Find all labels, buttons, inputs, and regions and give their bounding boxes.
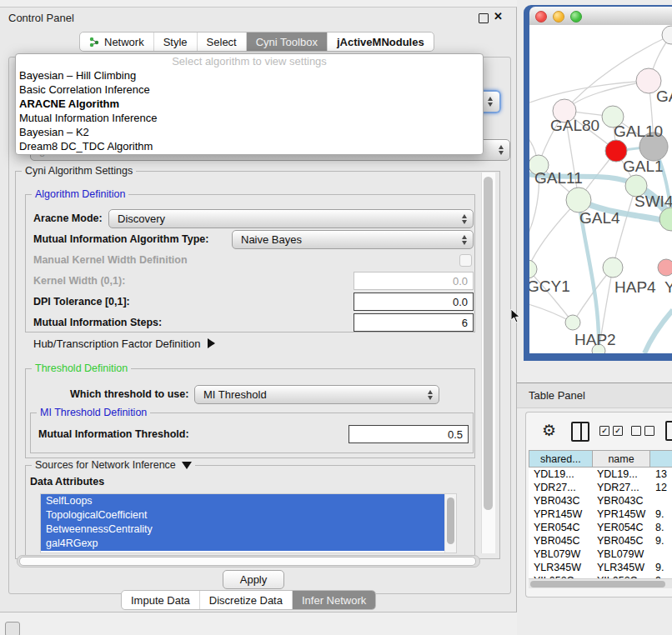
- tab-network[interactable]: Network: [80, 32, 154, 51]
- tab-select[interactable]: Select: [198, 32, 247, 51]
- mi-algorithm-type-label: Mutual Information Algorithm Type:: [33, 233, 208, 245]
- table-horizontal-scrollbar[interactable]: [529, 578, 672, 588]
- tab-jactivemnodules[interactable]: jActiveMNodules: [328, 32, 434, 51]
- network-edge[interactable]: [644, 310, 672, 353]
- attribute-list-item[interactable]: gal4RGexp: [41, 537, 449, 551]
- group-title: Cyni Algorithm Settings: [22, 165, 136, 177]
- attribute-list-item[interactable]: BetweennessCentrality: [41, 522, 449, 537]
- attribute-list-item[interactable]: TopologicalCoefficient: [41, 508, 449, 522]
- dropdown-item[interactable]: Bayesian – K2: [16, 125, 483, 139]
- scrollbar-thumb[interactable]: [530, 581, 665, 588]
- settings-vertical-scrollbar[interactable]: [481, 172, 495, 553]
- dropdown-item[interactable]: Bayesian – Hill Climbing: [16, 68, 483, 82]
- split-view-icon[interactable]: [571, 422, 589, 442]
- mi-threshold-label: Mutual Information Threshold:: [38, 428, 189, 440]
- column-header-shared-name[interactable]: shared...: [529, 450, 592, 468]
- scrollbar-thumb[interactable]: [447, 498, 454, 544]
- network-window-titlebar[interactable]: [529, 7, 672, 26]
- manual-kernel-width-checkbox[interactable]: [459, 254, 472, 267]
- aracne-mode-combo[interactable]: Discovery: [108, 209, 474, 228]
- table-cell: 9.: [650, 562, 672, 573]
- tab-label: Infer Network: [302, 594, 366, 607]
- mi-threshold-field[interactable]: 0.5: [349, 425, 469, 443]
- table-row[interactable]: YBR045CYBR045C9.: [529, 534, 672, 548]
- dpi-tolerance-field[interactable]: 0.0: [354, 292, 474, 311]
- which-threshold-label: Which threshold to use:: [70, 388, 188, 400]
- table-row[interactable]: YBR043CYBR043C: [529, 494, 672, 508]
- network-edge[interactable]: [564, 81, 649, 111]
- mi-steps-value: 6: [462, 317, 468, 329]
- column-header-partial[interactable]: [649, 450, 672, 468]
- dropdown-item[interactable]: Basic Correlation Inference: [16, 82, 483, 97]
- dpi-tolerance-label: DPI Tolerance [0,1]:: [33, 296, 130, 308]
- table-header-row: shared... name: [529, 450, 672, 468]
- tab-infer-network[interactable]: Infer Network: [293, 591, 375, 609]
- network-canvas[interactable]: GALGAL80GAL10GAL1GAL11GAL4SWI4GCY1HAP4YH…: [529, 25, 672, 353]
- kernel-width-field[interactable]: 0.0: [354, 272, 474, 290]
- window-zoom-icon[interactable]: [570, 11, 582, 22]
- table-row[interactable]: YPR145WYPR145W9.: [529, 508, 672, 521]
- network-edge[interactable]: [613, 186, 636, 268]
- settings-horizontal-scrollbar[interactable]: [17, 555, 480, 568]
- node-label: GAL10: [614, 122, 663, 140]
- tab-label: Cyni Toolbox: [256, 36, 318, 48]
- window-close-icon[interactable]: [535, 11, 547, 22]
- table-body: YDL19...YDL19...13YDR27...YDR27...12YBR0…: [529, 468, 672, 578]
- stepper-icon: [488, 97, 493, 107]
- close-icon[interactable]: ✕: [494, 10, 503, 22]
- minimized-panel-icon[interactable]: [5, 622, 20, 635]
- tab-cyni-toolbox[interactable]: Cyni Toolbox: [247, 32, 328, 51]
- tab-discretize-data[interactable]: Discretize Data: [200, 591, 293, 609]
- node-label: HAP2: [574, 331, 616, 348]
- stepper-icon: [428, 390, 433, 400]
- table-cell: YBR045C: [592, 535, 650, 547]
- table-cell: YBR043C: [592, 495, 650, 507]
- tab-label: Select: [207, 36, 237, 48]
- tab-label: jActiveMNodules: [337, 36, 424, 48]
- scrollbar-thumb[interactable]: [484, 177, 493, 510]
- hub-definition-expander[interactable]: Hub/Transcription Factor Definition: [33, 338, 215, 350]
- table-row[interactable]: YDL19...YDL19...13: [529, 468, 672, 481]
- table-cell: YER054C: [592, 522, 650, 533]
- table-row[interactable]: YDR27...YDR27...12: [529, 481, 672, 494]
- dropdown-item[interactable]: ARACNE Algorithm: [16, 97, 483, 111]
- dropdown-item[interactable]: Mutual Information Inference: [16, 111, 483, 125]
- panel-title: Control Panel: [8, 12, 74, 24]
- table-row[interactable]: YLR345WYLR345W9.: [529, 561, 672, 574]
- network-node[interactable]: [565, 315, 580, 330]
- gear-icon[interactable]: ⚙: [542, 421, 556, 440]
- mi-algorithm-type-combo[interactable]: Naive Bayes: [232, 230, 474, 249]
- network-node[interactable]: [662, 26, 672, 44]
- network-node[interactable]: [658, 259, 672, 276]
- window-minimize-icon[interactable]: [553, 11, 564, 22]
- stepper-icon: [462, 235, 467, 245]
- column-header-name[interactable]: name: [592, 450, 650, 468]
- network-node[interactable]: [529, 260, 537, 278]
- dropdown-placeholder: Select algorithm to view settings: [16, 54, 483, 68]
- apply-button[interactable]: Apply: [223, 570, 284, 589]
- kernel-width-value: 0.0: [453, 275, 468, 288]
- network-node[interactable]: [603, 258, 623, 278]
- mi-steps-field[interactable]: 6: [354, 313, 474, 332]
- table-row[interactable]: YER054CYER054C8.: [529, 521, 672, 534]
- aracne-mode-value: Discovery: [118, 212, 165, 225]
- hide-columns-icon[interactable]: [631, 426, 654, 436]
- tab-impute-data[interactable]: Impute Data: [122, 591, 200, 609]
- data-attributes-list[interactable]: SelfLoopsTopologicalCoefficientBetweenne…: [40, 493, 457, 553]
- document-icon[interactable]: [665, 421, 672, 441]
- show-columns-icon[interactable]: ✓✓: [599, 426, 623, 436]
- tab-style[interactable]: Style: [154, 32, 198, 51]
- dropdown-item[interactable]: Dream8 DC_TDC Algorithm: [16, 139, 483, 153]
- table-cell: YLR345W: [592, 562, 650, 573]
- float-window-icon[interactable]: [479, 13, 489, 23]
- algorithm-dropdown-popup: Select algorithm to view settings Bayesi…: [15, 53, 484, 155]
- list-scrollbar[interactable]: [444, 494, 456, 552]
- dpi-tolerance-value: 0.0: [453, 296, 468, 308]
- attribute-list-item[interactable]: SelfLoops: [41, 494, 449, 508]
- network-edge[interactable]: [529, 133, 539, 240]
- table-row[interactable]: YBL079WYBL079W: [529, 548, 672, 561]
- which-threshold-combo[interactable]: MI Threshold: [194, 385, 439, 404]
- node-label: GCY1: [529, 278, 570, 295]
- table-cell: YBR043C: [529, 495, 592, 507]
- scrollbar-thumb[interactable]: [19, 557, 476, 566]
